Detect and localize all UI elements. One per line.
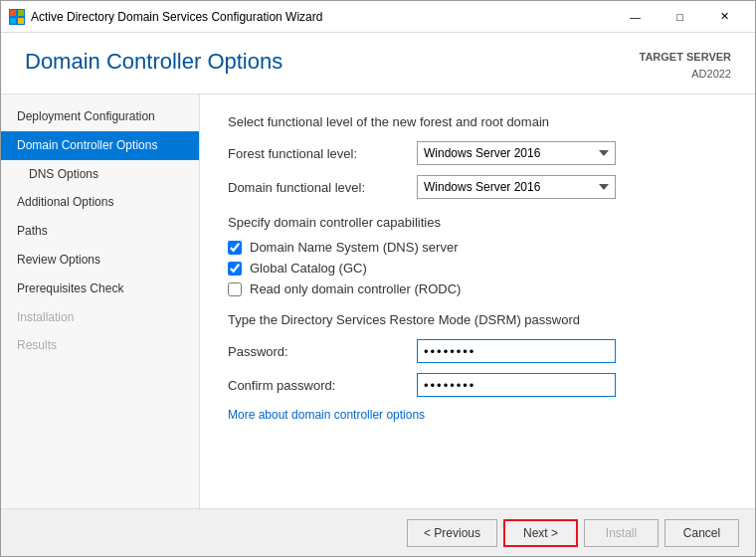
dns-checkbox-row: Domain Name System (DNS) server	[228, 240, 727, 255]
domain-select-container: Windows Server 2016 Windows Server 2012 …	[417, 175, 656, 199]
main-window: Active Directory Domain Services Configu…	[0, 0, 756, 557]
password-row: Password:	[228, 339, 727, 363]
sidebar-item-results: Results	[1, 331, 199, 360]
sidebar-item-review-options[interactable]: Review Options	[1, 246, 199, 275]
confirm-password-row: Confirm password:	[228, 373, 727, 397]
svg-rect-0	[10, 10, 16, 16]
main-layout: Deployment Configuration Domain Controll…	[1, 94, 755, 508]
rodc-checkbox-row: Read only domain controller (RODC)	[228, 281, 727, 296]
forest-functional-level-row: Forest functional level: Windows Server …	[228, 141, 727, 165]
rodc-checkbox[interactable]	[228, 282, 242, 296]
forest-select-container: Windows Server 2016 Windows Server 2012 …	[417, 141, 656, 165]
window-controls: — □ ✕	[613, 7, 747, 27]
window-title: Active Directory Domain Services Configu…	[31, 10, 613, 24]
title-bar: Active Directory Domain Services Configu…	[1, 1, 755, 33]
sidebar-item-dns-options[interactable]: DNS Options	[1, 160, 199, 189]
rodc-label[interactable]: Read only domain controller (RODC)	[250, 281, 461, 296]
app-icon	[9, 9, 25, 25]
dns-checkbox[interactable]	[228, 241, 242, 255]
install-button[interactable]: Install	[584, 519, 659, 547]
domain-functional-level-row: Domain functional level: Windows Server …	[228, 175, 727, 199]
sidebar-item-installation: Installation	[1, 303, 199, 332]
page-header: Domain Controller Options TARGET SERVER …	[1, 33, 755, 94]
previous-button[interactable]: < Previous	[407, 519, 497, 547]
capabilities-section: Specify domain controller capabilities D…	[228, 215, 727, 296]
svg-rect-3	[18, 18, 24, 24]
sidebar-item-paths[interactable]: Paths	[1, 217, 199, 246]
confirm-password-label: Confirm password:	[228, 378, 417, 393]
svg-rect-2	[10, 18, 16, 24]
dns-label[interactable]: Domain Name System (DNS) server	[250, 240, 459, 255]
maximize-button[interactable]: □	[658, 7, 702, 27]
cancel-button[interactable]: Cancel	[664, 519, 739, 547]
target-server-name: AD2022	[640, 66, 732, 83]
password-section: Type the Directory Services Restore Mode…	[228, 312, 727, 397]
confirm-password-input[interactable]	[417, 373, 616, 397]
forest-functional-level-select[interactable]: Windows Server 2016 Windows Server 2012 …	[417, 141, 616, 165]
svg-rect-1	[18, 10, 24, 16]
gc-checkbox[interactable]	[228, 262, 242, 276]
forest-label: Forest functional level:	[228, 146, 417, 161]
footer: < Previous Next > Install Cancel	[1, 508, 755, 556]
gc-label[interactable]: Global Catalog (GC)	[250, 261, 367, 276]
next-button[interactable]: Next >	[503, 519, 578, 547]
password-input[interactable]	[417, 339, 616, 363]
close-button[interactable]: ✕	[702, 7, 747, 27]
target-server-label: TARGET SERVER	[640, 49, 732, 66]
domain-functional-level-select[interactable]: Windows Server 2016 Windows Server 2012 …	[417, 175, 616, 199]
sidebar: Deployment Configuration Domain Controll…	[1, 94, 200, 508]
password-label: Password:	[228, 344, 417, 359]
target-server-info: TARGET SERVER AD2022	[640, 49, 732, 82]
functional-level-section-label: Select functional level of the new fores…	[228, 114, 727, 129]
main-content: Select functional level of the new fores…	[200, 94, 755, 508]
password-section-title: Type the Directory Services Restore Mode…	[228, 312, 727, 327]
sidebar-item-domain-controller-options[interactable]: Domain Controller Options	[1, 131, 199, 160]
sidebar-item-additional-options[interactable]: Additional Options	[1, 188, 199, 217]
sidebar-item-prerequisites-check[interactable]: Prerequisites Check	[1, 275, 199, 303]
sidebar-item-deployment-configuration[interactable]: Deployment Configuration	[1, 102, 199, 131]
capabilities-title: Specify domain controller capabilities	[228, 215, 727, 230]
page-title: Domain Controller Options	[25, 49, 283, 75]
gc-checkbox-row: Global Catalog (GC)	[228, 261, 727, 276]
minimize-button[interactable]: —	[613, 7, 658, 27]
more-about-link[interactable]: More about domain controller options	[228, 408, 425, 422]
domain-label: Domain functional level:	[228, 180, 417, 195]
